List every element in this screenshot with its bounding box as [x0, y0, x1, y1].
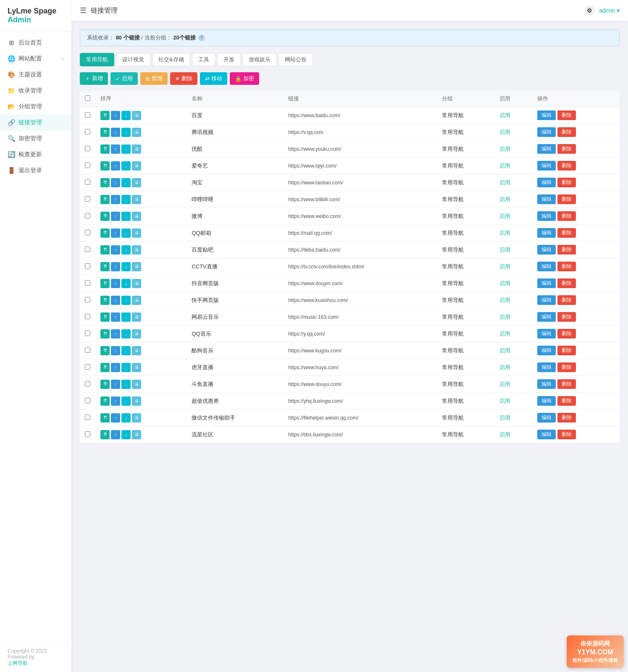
delete-row-btn[interactable]: 删除 [557, 211, 576, 221]
select-all-checkbox[interactable] [85, 95, 90, 101]
order-top-btn[interactable]: ⇈ [100, 329, 110, 339]
row-checkbox[interactable] [85, 280, 90, 286]
row-checkbox[interactable] [85, 364, 90, 370]
delete-row-btn[interactable]: 删除 [557, 329, 576, 339]
order-top-btn[interactable]: ⇈ [100, 396, 110, 406]
delete-row-btn[interactable]: 删除 [557, 312, 576, 322]
order-bottom-btn[interactable]: ⇊ [132, 296, 141, 305]
sidebar-item-links[interactable]: 🔗 链接管理 [0, 115, 71, 131]
order-down-btn[interactable]: ↓ [121, 262, 131, 271]
row-checkbox[interactable] [85, 297, 90, 302]
sidebar-item-check-update[interactable]: 🔄 检查更新 [0, 147, 71, 163]
order-bottom-btn[interactable]: ⇊ [132, 430, 141, 439]
order-up-btn[interactable]: ↑ [111, 413, 120, 423]
delete-row-btn[interactable]: 删除 [557, 278, 576, 288]
edit-btn[interactable]: 编辑 [537, 144, 556, 154]
add-button[interactable]: ＋ 新增 [80, 72, 108, 85]
sidebar-item-site-config[interactable]: 🌐 网站配置 › [0, 51, 71, 67]
order-up-btn[interactable]: ↑ [111, 346, 120, 355]
order-bottom-btn[interactable]: ⇊ [132, 396, 141, 406]
order-down-btn[interactable]: ↓ [121, 312, 131, 322]
order-up-btn[interactable]: ↑ [111, 262, 120, 271]
row-checkbox[interactable] [85, 398, 90, 403]
delete-row-btn[interactable]: 删除 [557, 110, 576, 120]
delete-row-btn[interactable]: 删除 [557, 396, 576, 406]
menu-toggle-icon[interactable]: ☰ [80, 6, 87, 15]
edit-btn[interactable]: 编辑 [537, 161, 556, 171]
order-up-btn[interactable]: ↑ [111, 296, 120, 305]
order-down-btn[interactable]: ↓ [121, 363, 131, 372]
order-bottom-btn[interactable]: ⇊ [132, 178, 141, 187]
order-bottom-btn[interactable]: ⇊ [132, 228, 141, 238]
edit-btn[interactable]: 编辑 [537, 329, 556, 339]
order-bottom-btn[interactable]: ⇊ [132, 195, 141, 204]
row-checkbox[interactable] [85, 163, 90, 168]
order-up-btn[interactable]: ↑ [111, 245, 120, 255]
sidebar-item-logout[interactable]: 🚪 退出登录 [0, 163, 71, 178]
sidebar-item-group[interactable]: 📂 分组管理 [0, 99, 71, 115]
tab-announcement[interactable]: 网站公告 [279, 53, 313, 66]
order-down-btn[interactable]: ↓ [121, 195, 131, 204]
order-bottom-btn[interactable]: ⇊ [132, 144, 141, 154]
order-up-btn[interactable]: ↑ [111, 178, 120, 187]
delete-row-btn[interactable]: 删除 [557, 194, 576, 204]
edit-btn[interactable]: 编辑 [537, 430, 556, 439]
tab-dev[interactable]: 开发 [217, 53, 241, 66]
sidebar-item-collection[interactable]: 📁 收录管理 [0, 83, 71, 99]
disable-button[interactable]: ⊘ 禁用 [140, 72, 168, 85]
order-top-btn[interactable]: ⇈ [100, 262, 110, 271]
row-checkbox[interactable] [85, 196, 90, 202]
delete-row-btn[interactable]: 删除 [557, 144, 576, 154]
delete-row-btn[interactable]: 删除 [557, 346, 576, 355]
order-down-btn[interactable]: ↓ [121, 380, 131, 389]
order-up-btn[interactable]: ↑ [111, 279, 120, 288]
encrypt-button[interactable]: 🔒 加密 [230, 72, 259, 85]
edit-btn[interactable]: 编辑 [537, 396, 556, 406]
order-top-btn[interactable]: ⇈ [100, 128, 110, 137]
delete-row-btn[interactable]: 删除 [557, 379, 576, 389]
order-down-btn[interactable]: ↓ [121, 228, 131, 238]
order-bottom-btn[interactable]: ⇊ [132, 363, 141, 372]
order-bottom-btn[interactable]: ⇊ [132, 128, 141, 137]
edit-btn[interactable]: 编辑 [537, 362, 556, 372]
order-top-btn[interactable]: ⇈ [100, 144, 110, 154]
delete-row-btn[interactable]: 删除 [557, 430, 576, 439]
enable-button[interactable]: ✓ 启用 [110, 72, 138, 85]
order-up-btn[interactable]: ↑ [111, 329, 120, 339]
row-checkbox[interactable] [85, 263, 90, 269]
order-top-btn[interactable]: ⇈ [100, 161, 110, 171]
order-bottom-btn[interactable]: ⇊ [132, 111, 141, 120]
row-checkbox[interactable] [85, 230, 90, 235]
order-top-btn[interactable]: ⇈ [100, 245, 110, 255]
order-up-btn[interactable]: ↑ [111, 396, 120, 406]
order-up-btn[interactable]: ↑ [111, 111, 120, 120]
order-bottom-btn[interactable]: ⇊ [132, 245, 141, 255]
edit-btn[interactable]: 编辑 [537, 110, 556, 120]
order-up-btn[interactable]: ↑ [111, 195, 120, 204]
order-bottom-btn[interactable]: ⇊ [132, 329, 141, 339]
order-down-btn[interactable]: ↓ [121, 396, 131, 406]
delete-row-btn[interactable]: 删除 [557, 178, 576, 187]
edit-btn[interactable]: 编辑 [537, 262, 556, 271]
order-top-btn[interactable]: ⇈ [100, 279, 110, 288]
order-up-btn[interactable]: ↑ [111, 430, 120, 439]
sidebar-item-theme[interactable]: 🎨 主题设置 [0, 67, 71, 83]
order-top-btn[interactable]: ⇈ [100, 178, 110, 187]
edit-btn[interactable]: 编辑 [537, 295, 556, 305]
edit-btn[interactable]: 编辑 [537, 194, 556, 204]
order-up-btn[interactable]: ↑ [111, 144, 120, 154]
order-top-btn[interactable]: ⇈ [100, 296, 110, 305]
order-down-btn[interactable]: ↓ [121, 128, 131, 137]
delete-row-btn[interactable]: 删除 [557, 262, 576, 271]
sidebar-item-dashboard[interactable]: ⊞ 后台首页 [0, 35, 71, 51]
order-up-btn[interactable]: ↑ [111, 212, 120, 221]
order-top-btn[interactable]: ⇈ [100, 111, 110, 120]
order-bottom-btn[interactable]: ⇊ [132, 346, 141, 355]
row-checkbox[interactable] [85, 213, 90, 218]
order-down-btn[interactable]: ↓ [121, 212, 131, 221]
order-down-btn[interactable]: ↓ [121, 296, 131, 305]
order-bottom-btn[interactable]: ⇊ [132, 279, 141, 288]
row-checkbox[interactable] [85, 431, 90, 437]
row-checkbox[interactable] [85, 415, 90, 420]
row-checkbox[interactable] [85, 381, 90, 386]
